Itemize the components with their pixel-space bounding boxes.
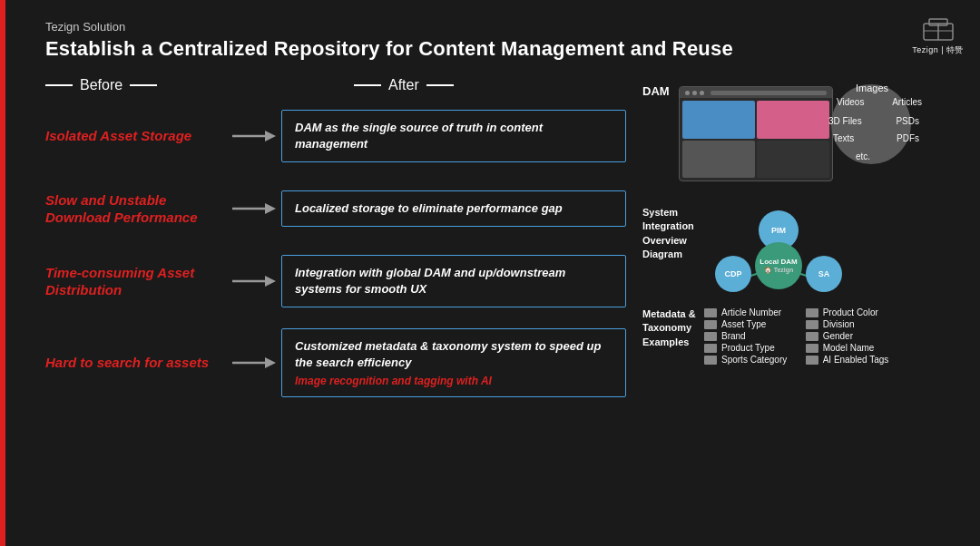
after-text-2: Localized storage to eliminate performan…: [295, 200, 612, 217]
system-section: System Integration Overview Diagram: [642, 206, 962, 297]
after-label: After: [354, 77, 626, 93]
metadata-item-ai-tags: AI Enabled Tags: [806, 355, 889, 365]
metadata-item-gender: Gender: [806, 331, 889, 341]
tag-texts: Texts: [833, 133, 854, 143]
after-text-1: DAM as the single source of truth in con…: [295, 120, 612, 152]
right-section: DAM: [626, 77, 962, 413]
comparison-row-4: Hard to search for assets Customized met…: [45, 322, 626, 404]
solution-label: Tezign Solution: [45, 20, 962, 34]
tag-psds: PSDs: [896, 116, 919, 126]
logo-text: Tezign | 特赞: [912, 44, 964, 56]
before-item-4: Hard to search for assets: [45, 354, 227, 372]
metadata-icon-5: [704, 356, 717, 365]
before-text-3: Time-consuming Asset Distribution: [45, 265, 194, 298]
before-item-1: Isolated Asset Storage: [45, 127, 227, 145]
metadata-item-asset-type: Asset Type: [704, 319, 788, 329]
browser-dot-1: [685, 91, 690, 95]
after-dash-right: [426, 84, 454, 86]
svg-marker-9: [265, 276, 276, 287]
metadata-icon-1: [704, 308, 717, 317]
metadata-icon-6: [806, 308, 818, 317]
svg-marker-7: [265, 203, 276, 214]
after-text-3: Integration with global DAM and up/downs…: [295, 265, 612, 297]
node-sa: SA: [806, 256, 842, 292]
arrow-4: [227, 354, 281, 372]
tag-articles: Articles: [892, 97, 922, 107]
after-text-4b: Image recognition and tagging with AI: [295, 375, 612, 387]
logo-area: Tezign | 特赞: [912, 16, 964, 56]
browser-cell-2: [757, 101, 829, 139]
before-dash-right: [130, 84, 157, 86]
columns-wrapper: Before After Isolated Asset Storage: [45, 77, 962, 413]
before-after-headers: Before After: [45, 77, 626, 93]
metadata-item-sports-category: Sports Category: [704, 355, 788, 365]
metadata-grid: Article Number Product Color Asset Type …: [704, 307, 888, 365]
system-diagram: PIM Local DAM 🏠 Tezign CDP SA: [706, 206, 851, 297]
metadata-item-product-color: Product Color: [806, 307, 889, 317]
metadata-icon-2: [704, 320, 717, 329]
comparison-row-1: Isolated Asset Storage DAM as the single…: [45, 104, 626, 168]
browser-body: [680, 98, 832, 180]
metadata-icon-3: [704, 332, 717, 341]
after-text-4: Customized metadata & taxonomy system to…: [295, 338, 612, 371]
metadata-icon-10: [806, 356, 818, 365]
before-text-1: Isolated Asset Storage: [45, 128, 191, 143]
tag-cloud: Images Videos Articles 3D Files PSDs Tex…: [824, 77, 924, 177]
metadata-icon-8: [806, 332, 818, 341]
metadata-icon-9: [806, 344, 818, 353]
before-item-2: Slow and Unstable Download Performance: [45, 191, 227, 227]
before-item-3: Time-consuming Asset Distribution: [45, 264, 227, 299]
arrow-3: [227, 272, 281, 290]
metadata-item-article-number: Article Number: [704, 307, 788, 317]
tag-etc: etc.: [856, 151, 870, 161]
node-cdp: CDP: [715, 256, 751, 292]
before-label: Before: [45, 77, 284, 93]
system-label: System Integration Overview Diagram: [642, 206, 697, 262]
comparison-row-3: Time-consuming Asset Distribution Integr…: [45, 249, 626, 313]
after-box-3: Integration with global DAM and up/downs…: [281, 255, 626, 307]
svg-marker-11: [265, 357, 276, 368]
browser-bar: [680, 87, 832, 98]
after-dash-left: [354, 84, 381, 86]
tag-pdfs: PDFs: [897, 133, 919, 143]
browser-dot-2: [692, 91, 697, 95]
after-box-1: DAM as the single source of truth in con…: [281, 110, 626, 162]
browser-mockup: [679, 86, 833, 181]
dam-area: DAM: [642, 77, 962, 195]
browser-dot-3: [700, 91, 704, 95]
tag-images: Images: [856, 83, 888, 93]
comparison-row-2: Slow and Unstable Download Performance L…: [45, 177, 626, 240]
node-local-dam: Local DAM 🏠 Tezign: [755, 242, 802, 289]
before-text-4: Hard to search for assets: [45, 355, 209, 370]
browser-cell-1: [682, 101, 755, 139]
metadata-section: Metadata & Taxonomy Examples Article Num…: [642, 307, 962, 365]
arrow-2: [227, 200, 281, 218]
before-text-2: Slow and Unstable Download Performance: [45, 192, 198, 226]
metadata-item-model-name: Model Name: [806, 343, 889, 353]
dam-label: DAM: [642, 77, 670, 98]
metadata-icon-4: [704, 344, 717, 353]
metadata-label: Metadata & Taxonomy Examples: [642, 307, 697, 349]
svg-marker-5: [265, 131, 276, 141]
metadata-icon-7: [806, 320, 818, 329]
tezign-logo-icon: [922, 16, 955, 42]
before-after-section: Before After Isolated Asset Storage: [45, 77, 626, 413]
browser-cell-3: [682, 141, 755, 179]
metadata-item-division: Division: [806, 319, 889, 329]
left-border: [0, 0, 5, 546]
after-box-2: Localized storage to eliminate performan…: [281, 190, 626, 227]
main-content: Tezign | 特赞 Tezign Solution Establish a …: [27, 0, 980, 546]
arrow-1: [227, 127, 281, 145]
browser-cell-4: [757, 141, 829, 179]
tag-3dfiles: 3D Files: [828, 116, 862, 126]
metadata-item-product-type: Product Type: [704, 343, 788, 353]
tag-videos: Videos: [837, 97, 864, 107]
before-dash-left: [45, 84, 73, 86]
page-title: Establish a Centralized Repository for C…: [45, 37, 962, 61]
after-box-4: Customized metadata & taxonomy system to…: [281, 328, 626, 397]
metadata-item-brand: Brand: [704, 331, 788, 341]
